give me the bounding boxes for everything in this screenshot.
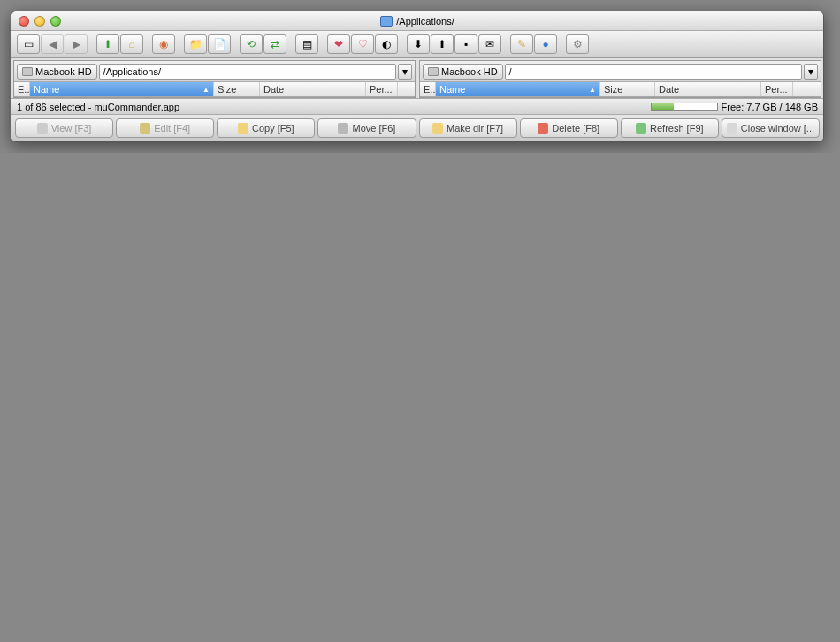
server-icon: ● xyxy=(542,39,548,50)
back-icon: ◀ xyxy=(49,39,57,50)
go-home-icon: ⌂ xyxy=(128,39,134,50)
sort-asc-icon: ▲ xyxy=(202,86,210,94)
mark-icon: ❤ xyxy=(334,39,343,50)
left-pathbar: Macbook HD /Applications/ ▾ xyxy=(14,61,415,82)
panels: Macbook HD /Applications/ ▾ E... Name▲ S… xyxy=(11,58,823,98)
server-button[interactable]: ● xyxy=(534,34,557,54)
unpack-button[interactable]: ⬆ xyxy=(431,34,454,54)
right-path-input[interactable]: / xyxy=(505,64,802,80)
prefs-icon: ⚙ xyxy=(573,39,583,50)
stop-icon: ◉ xyxy=(159,39,168,50)
edit-button[interactable]: Edit [F4] xyxy=(116,118,214,138)
col-ext[interactable]: E... xyxy=(14,82,30,96)
terminal-button[interactable]: ▪ xyxy=(454,34,477,54)
cmd-label: Move [F6] xyxy=(352,123,395,134)
cmd-label: View [F3] xyxy=(51,123,92,134)
col-date[interactable]: Date xyxy=(655,82,761,96)
go-parent-icon: ⬆ xyxy=(103,39,112,50)
fwd-button[interactable]: ▶ xyxy=(65,34,88,54)
mkdir-icon xyxy=(432,123,443,134)
delete-icon xyxy=(538,123,548,134)
statusbar: 1 of 86 selected - muCommander.app Free:… xyxy=(11,98,823,114)
email-button[interactable]: ✉ xyxy=(478,34,501,54)
col-name[interactable]: Name▲ xyxy=(436,82,600,96)
new-window-icon: ▭ xyxy=(24,39,34,50)
left-header: E... Name▲ Size Date Per... xyxy=(14,82,415,97)
unmark-icon: ♡ xyxy=(358,39,368,50)
pack-button[interactable]: ⬇ xyxy=(407,34,430,54)
refresh-icon xyxy=(636,123,646,134)
move-icon xyxy=(338,123,348,134)
copy-names-button[interactable]: ▤ xyxy=(295,34,318,54)
minimize-icon[interactable] xyxy=(34,16,45,27)
window-title: /Applications/ xyxy=(11,16,823,27)
col-name[interactable]: Name▲ xyxy=(30,82,214,96)
right-volume-label: Macbook HD xyxy=(441,66,498,77)
terminal-icon: ▪ xyxy=(464,39,468,50)
new-file-button[interactable]: 📄 xyxy=(208,34,231,54)
left-volume-button[interactable]: Macbook HD xyxy=(17,64,97,80)
col-size[interactable]: Size xyxy=(600,82,655,96)
reload-icon: ⟲ xyxy=(247,39,256,50)
left-history-button[interactable]: ▾ xyxy=(398,64,412,80)
cmd-label: Edit [F4] xyxy=(154,123,190,134)
swap-button[interactable]: ⇄ xyxy=(263,34,286,54)
cmd-label: Make dir [F7] xyxy=(447,123,503,134)
cmd-label: Close window [... xyxy=(741,123,814,134)
pack-icon: ⬇ xyxy=(414,39,423,50)
edit-icon xyxy=(140,123,150,134)
copy-names-icon: ▤ xyxy=(302,39,312,50)
col-date[interactable]: Date xyxy=(260,82,366,96)
view-icon xyxy=(37,123,48,134)
stop-button[interactable]: ◉ xyxy=(152,34,175,54)
col-perm[interactable]: Per... xyxy=(761,82,793,96)
free-space-bar xyxy=(651,103,718,111)
props-button[interactable]: ✎ xyxy=(510,34,533,54)
right-volume-button[interactable]: Macbook HD xyxy=(423,64,503,80)
new-file-icon: 📄 xyxy=(213,39,226,50)
refresh-button[interactable]: Refresh [F9] xyxy=(621,118,719,138)
close-button[interactable]: Close window [... xyxy=(722,118,820,138)
left-volume-label: Macbook HD xyxy=(35,66,92,77)
reload-button[interactable]: ⟲ xyxy=(240,34,263,54)
prefs-button[interactable]: ⚙ xyxy=(566,34,589,54)
mkdir-button[interactable]: Make dir [F7] xyxy=(419,118,517,138)
swap-icon: ⇄ xyxy=(271,39,279,50)
unpack-icon: ⬆ xyxy=(438,39,447,50)
folder-icon xyxy=(380,16,393,27)
view-button[interactable]: View [F3] xyxy=(15,118,113,138)
col-size[interactable]: Size xyxy=(214,82,260,96)
window-title-text: /Applications/ xyxy=(396,16,454,27)
copy-button[interactable]: Copy [F5] xyxy=(217,118,315,138)
new-folder-button[interactable]: 📁 xyxy=(184,34,207,54)
command-bar: View [F3]Edit [F4]Copy [F5]Move [F6]Make… xyxy=(11,114,823,141)
col-ext[interactable]: E... xyxy=(420,82,436,96)
go-home-button[interactable]: ⌂ xyxy=(120,34,143,54)
delete-button[interactable]: Delete [F8] xyxy=(520,118,618,138)
invert-icon: ◐ xyxy=(382,39,391,50)
left-path-input[interactable]: /Applications/ xyxy=(99,64,396,80)
zoom-icon[interactable] xyxy=(50,16,61,27)
invert-button[interactable]: ◐ xyxy=(375,34,398,54)
cmd-label: Copy [F5] xyxy=(252,123,294,134)
drive-icon xyxy=(22,67,33,76)
new-folder-icon: 📁 xyxy=(189,39,202,50)
new-window-button[interactable]: ▭ xyxy=(17,34,40,54)
titlebar[interactable]: /Applications/ xyxy=(11,11,823,31)
col-perm[interactable]: Per... xyxy=(366,82,398,96)
close-icon[interactable] xyxy=(19,16,29,27)
cmd-label: Delete [F8] xyxy=(552,123,599,134)
copy-icon xyxy=(238,123,248,134)
right-history-button[interactable]: ▾ xyxy=(804,64,818,80)
go-parent-button[interactable]: ⬆ xyxy=(96,34,119,54)
props-icon: ✎ xyxy=(517,39,526,50)
cmd-label: Refresh [F9] xyxy=(650,123,704,134)
chevron-down-icon: ▾ xyxy=(808,66,813,77)
mark-button[interactable]: ❤ xyxy=(327,34,350,54)
right-panel: Macbook HD / ▾ E... Name▲ Size Date Per.… xyxy=(419,60,821,98)
back-button[interactable]: ◀ xyxy=(41,34,64,54)
unmark-button[interactable]: ♡ xyxy=(351,34,374,54)
right-pathbar: Macbook HD / ▾ xyxy=(420,61,821,82)
move-button[interactable]: Move [F6] xyxy=(317,118,416,138)
toolbar: ▭◀▶⬆⌂◉📁📄⟲⇄▤❤♡◐⬇⬆▪✉✎●⚙ xyxy=(11,31,823,58)
